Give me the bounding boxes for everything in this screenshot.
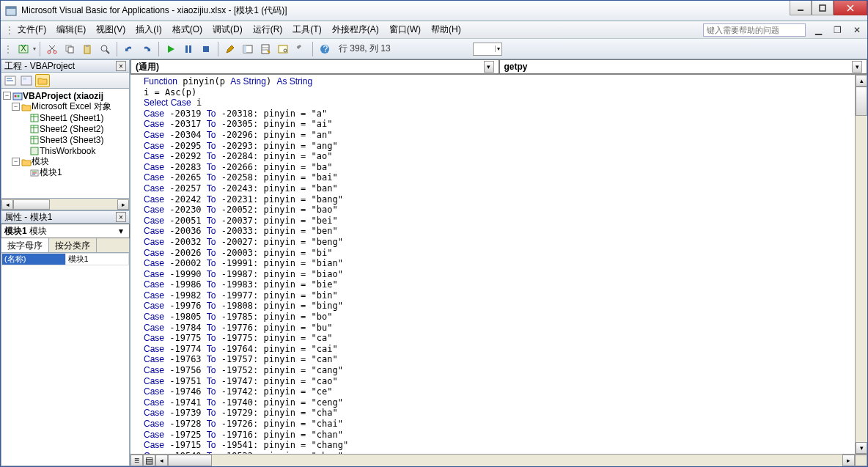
view-excel-button[interactable]: X (15, 41, 32, 57)
sheet-icon (29, 125, 40, 133)
chevron-down-icon: ▾ (852, 61, 862, 73)
svg-rect-46 (31, 147, 38, 155)
tab-alphabetic[interactable]: 按字母序 (1, 238, 49, 252)
svg-rect-33 (23, 78, 26, 80)
menu-run[interactable]: 运行(R) (248, 22, 288, 37)
svg-line-15 (106, 51, 109, 54)
full-module-view-button[interactable]: ▤ (143, 455, 155, 466)
toolbar-combo[interactable]: ▾ (473, 43, 502, 56)
sheet-icon (29, 136, 40, 144)
help-search-input[interactable] (703, 23, 806, 37)
svg-rect-43 (31, 136, 38, 144)
paste-button[interactable] (79, 41, 95, 57)
code-hscrollbar[interactable]: ≡ ▤ ◂▸ (130, 454, 867, 466)
view-code-button[interactable] (3, 74, 18, 87)
tree-excel-objects[interactable]: Microsoft Excel 对象 (32, 100, 111, 113)
code-vscrollbar[interactable]: ▴▾ (855, 75, 867, 454)
maximize-button[interactable] (812, 1, 834, 15)
project-tree[interactable]: −VBAProject (xiaozij −Microsoft Excel 对象… (1, 89, 130, 199)
chevron-down-icon: ▾ (484, 61, 494, 73)
menu-tools[interactable]: 工具(T) (287, 22, 326, 37)
app-icon (5, 5, 17, 17)
svg-rect-19 (203, 46, 209, 52)
object-combo[interactable]: (通用)▾ (130, 59, 499, 74)
svg-text:X: X (21, 43, 26, 54)
sheet-icon (29, 114, 40, 122)
redo-button[interactable] (139, 41, 155, 57)
procedure-combo[interactable]: getpy▾ (499, 59, 868, 74)
menu-insert[interactable]: 插入(I) (130, 22, 166, 37)
cut-button[interactable] (44, 41, 60, 57)
toggle-folders-button[interactable] (35, 74, 50, 87)
properties-pane-close-button[interactable]: × (116, 212, 126, 222)
standard-toolbar: ⋮ X ▾ ? 行 398, 列 13 ▾ (1, 39, 867, 59)
menu-window[interactable]: 窗口(W) (384, 22, 426, 37)
object-combo-value: (通用) (136, 61, 159, 73)
mdi-close-button[interactable]: ✕ (851, 25, 863, 35)
properties-grid[interactable]: (名称) 模块1 (1, 253, 130, 466)
object-browser-button[interactable] (275, 41, 291, 57)
svg-point-36 (18, 95, 20, 97)
menu-edit[interactable]: 编辑(E) (51, 22, 91, 37)
undo-button[interactable] (121, 41, 137, 57)
mdi-restore-button[interactable]: ❐ (831, 25, 844, 35)
run-button[interactable] (163, 41, 179, 57)
tree-thisworkbook[interactable]: ThisWorkbook (40, 146, 95, 156)
folder-icon (21, 103, 32, 111)
svg-rect-22 (262, 45, 269, 54)
help-button[interactable]: ? (317, 41, 333, 57)
tree-sheet1[interactable]: Sheet1 (Sheet1) (40, 113, 103, 123)
break-button[interactable] (180, 41, 196, 57)
mdi-minimize-button[interactable]: ▁ (813, 25, 824, 35)
menu-addins[interactable]: 外接程序(A) (327, 22, 384, 37)
menu-debug[interactable]: 调试(D) (207, 22, 248, 37)
menu-help[interactable]: 帮助(H) (426, 22, 466, 37)
properties-object-type: 模块 (29, 225, 47, 238)
copy-button[interactable] (62, 41, 78, 57)
project-pane-toolbar (1, 73, 130, 89)
find-button[interactable] (97, 41, 113, 57)
tree-module1[interactable]: 模块1 (40, 166, 62, 179)
tree-vbaproject[interactable]: VBAProject (xiaozij (23, 91, 103, 101)
reset-button[interactable] (198, 41, 214, 57)
properties-pane-title-text: 属性 - 模块1 (4, 211, 52, 224)
svg-point-14 (101, 45, 107, 51)
prop-name-value[interactable]: 模块1 (65, 254, 129, 265)
svg-rect-13 (86, 45, 89, 47)
toolbox-button[interactable] (293, 41, 309, 57)
svg-rect-17 (185, 45, 188, 53)
procedure-view-button[interactable]: ≡ (130, 455, 143, 466)
menu-view[interactable]: 视图(V) (91, 22, 130, 37)
menu-bar: ⋮ 文件(F) 编辑(E) 视图(V) 插入(I) 格式(O) 调试(D) 运行… (1, 21, 867, 39)
svg-rect-21 (243, 45, 246, 53)
code-editor[interactable]: Function pinyin(p As String) As String i… (130, 75, 855, 454)
module-icon (29, 169, 40, 177)
close-button[interactable] (834, 1, 867, 15)
svg-rect-3 (820, 5, 825, 11)
tree-sheet3[interactable]: Sheet3 (Sheet3) (40, 135, 103, 145)
project-pane-title-text: 工程 - VBAProject (4, 60, 75, 73)
tree-sheet2[interactable]: Sheet2 (Sheet2) (40, 124, 103, 134)
view-object-button[interactable] (19, 74, 34, 87)
project-hscrollbar[interactable]: ◂▸ (1, 199, 130, 210)
svg-rect-11 (68, 47, 73, 53)
svg-marker-16 (168, 45, 174, 53)
properties-window-button[interactable] (257, 41, 273, 57)
tab-categorized[interactable]: 按分类序 (49, 238, 97, 252)
svg-rect-40 (31, 125, 38, 133)
properties-object-combo[interactable]: 模块1 模块 ▾ (1, 224, 130, 238)
properties-object-name: 模块1 (4, 225, 27, 238)
menu-format[interactable]: 格式(O) (167, 22, 207, 37)
workbook-icon (29, 147, 40, 155)
menu-file[interactable]: 文件(F) (12, 22, 51, 37)
design-mode-button[interactable] (222, 41, 238, 57)
project-pane-close-button[interactable]: × (116, 61, 126, 71)
procedure-combo-value: getpy (504, 62, 528, 72)
project-explorer-button[interactable] (240, 41, 256, 57)
minimize-button[interactable] (790, 1, 812, 15)
svg-rect-18 (189, 45, 191, 53)
prop-name-key: (名称) (2, 254, 66, 265)
svg-rect-32 (21, 76, 32, 85)
svg-rect-1 (6, 7, 16, 9)
project-pane-title: 工程 - VBAProject × (1, 59, 130, 73)
